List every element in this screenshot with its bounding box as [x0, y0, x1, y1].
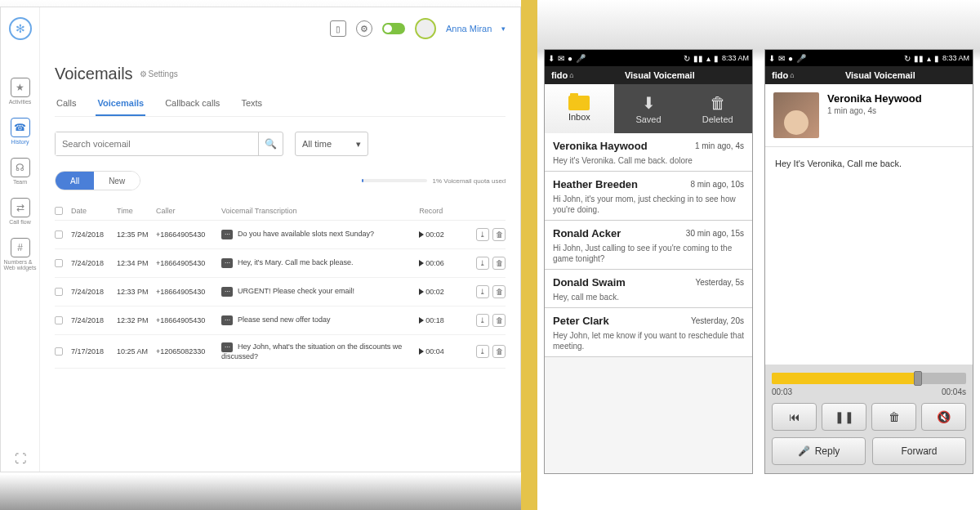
progress-handle[interactable]: [914, 371, 922, 386]
avatar[interactable]: [415, 18, 436, 39]
page-title-text: Voicemails: [55, 65, 133, 83]
nav-team[interactable]: ☊Team: [4, 158, 37, 185]
mute-icon: 🔇: [937, 410, 951, 423]
notif-icon: ⬇: [548, 54, 555, 63]
sync-icon: ↻: [684, 54, 690, 63]
mobile-screenshots: ⬇✉●🎤 ↻▮▮▴▮8:33 AM fido⌂Visual Voicemail …: [537, 0, 980, 510]
pause-button[interactable]: ❚❚: [822, 403, 866, 431]
chevron-down-icon[interactable]: ▾: [501, 25, 506, 33]
nav-callflow[interactable]: ⇄Call flow: [4, 198, 37, 225]
item-preview: Hey, call me back.: [553, 292, 744, 302]
download-button[interactable]: ⤓: [476, 285, 489, 298]
play-button[interactable]: 00:06: [419, 259, 465, 267]
play-button[interactable]: 00:04: [419, 347, 465, 356]
col-date[interactable]: Date: [71, 207, 117, 215]
gear-icon[interactable]: ⚙: [356, 20, 372, 37]
prev-button[interactable]: ⏮: [772, 403, 817, 431]
username[interactable]: Anna Miran: [446, 24, 492, 34]
select-all-checkbox[interactable]: [55, 207, 63, 215]
mute-button[interactable]: 🔇: [921, 403, 966, 431]
play-button[interactable]: 00:18: [419, 316, 465, 324]
row-checkbox[interactable]: [55, 288, 63, 296]
tab-callback[interactable]: Callback calls: [163, 98, 221, 116]
tab-inbox[interactable]: Inbox: [545, 84, 614, 133]
search-input[interactable]: [56, 132, 258, 155]
table-row[interactable]: 7/24/2018 12:33 PM +18664905430 ⋯URGENT!…: [55, 278, 506, 306]
tab-voicemails[interactable]: Voicemails: [96, 98, 145, 116]
col-time[interactable]: Time: [117, 207, 156, 215]
cell-date: 7/24/2018: [71, 230, 117, 239]
download-button[interactable]: ⤓: [476, 314, 489, 327]
transcription-body: Hey It's Veronika, Call me back.: [765, 146, 973, 365]
main-content: ▯ ⚙ Anna Miran ▾ Voicemails ⚙ Settings C…: [40, 7, 520, 472]
contact-avatar: [773, 92, 819, 138]
topbar: ▯ ⚙ Anna Miran ▾: [55, 17, 506, 40]
table-row[interactable]: 7/24/2018 12:34 PM +18664905430 ⋯Hey, it…: [55, 249, 506, 278]
item-meta: 30 min ago, 15s: [686, 229, 744, 238]
progress-fill: [772, 373, 918, 384]
nav-numbers[interactable]: #Numbers & Web widgets: [4, 238, 37, 271]
duration: 00:18: [425, 316, 444, 324]
status-toggle[interactable]: [382, 23, 405, 34]
delete-button[interactable]: 🗑: [492, 285, 506, 298]
forward-button[interactable]: Forward: [872, 437, 966, 465]
voicemail-list[interactable]: Veronika Haywood1 min ago, 4sHey it's Ve…: [545, 133, 752, 473]
list-item[interactable]: Ronald Acker30 min ago, 15sHi John, Just…: [545, 221, 752, 270]
stats-icon[interactable]: ▯: [330, 20, 346, 37]
delete-button[interactable]: 🗑: [871, 403, 916, 431]
item-meta: 8 min ago, 10s: [690, 180, 744, 189]
duration: 00:02: [425, 288, 444, 296]
table-row[interactable]: 7/17/2018 10:25 AM +12065082330 ⋯Hey Joh…: [55, 335, 506, 369]
cell-caller: +18664905430: [156, 288, 218, 296]
table-row[interactable]: 7/24/2018 12:35 PM +18664905430 ⋯Do you …: [55, 221, 506, 249]
delete-button[interactable]: 🗑: [492, 345, 506, 358]
play-button[interactable]: 00:02: [419, 230, 465, 239]
cell-caller: +18664905430: [156, 316, 218, 324]
pill-new[interactable]: New: [94, 172, 140, 190]
row-checkbox[interactable]: [55, 316, 63, 324]
list-item[interactable]: Veronika Haywood1 min ago, 4sHey it's Ve…: [545, 133, 752, 172]
list-item[interactable]: Heather Breeden8 min ago, 10sHi John, it…: [545, 172, 752, 221]
list-item[interactable]: Donald SwaimYesterday, 5sHey, call me ba…: [545, 270, 752, 308]
chevron-down-icon: ▾: [356, 139, 361, 150]
item-meta: Yesterday, 5s: [696, 278, 744, 287]
search-box: 🔍: [55, 132, 283, 156]
tab-label: Deleted: [702, 114, 733, 124]
cell-time: 12:35 PM: [117, 230, 156, 239]
search-button[interactable]: 🔍: [258, 132, 283, 155]
download-button[interactable]: ⤓: [476, 257, 489, 270]
play-button[interactable]: 00:02: [419, 288, 465, 296]
reply-label: Reply: [815, 445, 840, 457]
pill-all[interactable]: All: [56, 172, 94, 190]
tab-texts[interactable]: Texts: [239, 98, 264, 116]
row-checkbox[interactable]: [55, 347, 63, 356]
cell-date: 7/24/2018: [71, 288, 117, 296]
table-row[interactable]: 7/24/2018 12:32 PM +18664905430 ⋯Please …: [55, 306, 506, 335]
cell-transcription: ⋯Hey John, what's the situation on the d…: [218, 342, 419, 360]
download-button[interactable]: ⤓: [476, 345, 489, 358]
delete-button[interactable]: 🗑: [492, 314, 506, 327]
mic-icon: 🎤: [798, 445, 810, 457]
item-preview: Hi John, it's your mom, just checking in…: [553, 194, 744, 215]
reply-button[interactable]: 🎤Reply: [772, 437, 866, 465]
tab-calls[interactable]: Calls: [55, 98, 78, 116]
signal-icon: ▮▮: [693, 54, 703, 63]
settings-link[interactable]: ⚙ Settings: [140, 69, 178, 78]
download-button[interactable]: ⤓: [476, 228, 489, 241]
delete-button[interactable]: 🗑: [492, 257, 506, 270]
tab-deleted[interactable]: 🗑Deleted: [683, 84, 752, 133]
col-caller[interactable]: Caller: [156, 207, 218, 215]
item-meta: Yesterday, 20s: [691, 316, 744, 325]
fullscreen-icon[interactable]: ⛶: [15, 452, 26, 465]
progress-track[interactable]: [772, 373, 966, 384]
delete-button[interactable]: 🗑: [492, 228, 506, 241]
tab-saved[interactable]: ⬇Saved: [614, 84, 684, 133]
row-checkbox[interactable]: [55, 259, 63, 267]
item-preview: Hey it's Veronika. Call me back. dolore: [553, 155, 744, 166]
row-checkbox[interactable]: [55, 230, 63, 239]
nav-history[interactable]: ☎History: [4, 118, 37, 145]
list-item[interactable]: Peter ClarkYesterday, 20sHey John, let m…: [545, 308, 752, 357]
nav-activities[interactable]: ★Activities: [4, 78, 37, 105]
time-filter-dropdown[interactable]: All time▾: [295, 132, 368, 156]
item-name: Peter Clark: [553, 315, 609, 327]
